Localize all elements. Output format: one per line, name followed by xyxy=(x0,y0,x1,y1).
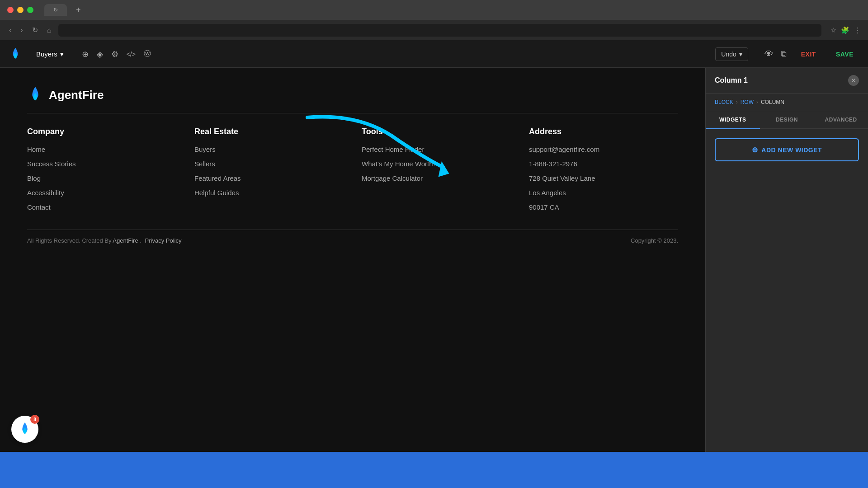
footer-agentfire-link[interactable]: AgentFire xyxy=(113,237,138,244)
breadcrumb-sep-1: › xyxy=(736,99,738,105)
add-widget-label: ADD NEW WIDGET xyxy=(761,146,822,154)
footer-separator: . xyxy=(140,237,142,244)
footer-col-address: Address support@agentfire.com 1-888-321-… xyxy=(529,127,678,211)
footer-link-home-worth[interactable]: What's My Home Worth? xyxy=(362,160,437,168)
notification-widget[interactable]: 8 xyxy=(11,416,38,443)
page-selector-label: Buyers xyxy=(36,50,57,58)
exit-button[interactable]: EXIT xyxy=(796,48,821,61)
panel-close-button[interactable]: ✕ xyxy=(848,75,859,86)
footer-link-blog[interactable]: Blog xyxy=(27,174,41,182)
save-button[interactable]: SAVE xyxy=(830,48,859,61)
footer-col-tools: Tools Perfect Home Finder What's My Home… xyxy=(362,127,511,211)
minimize-window-button[interactable] xyxy=(17,7,24,13)
list-item[interactable]: Perfect Home Finder xyxy=(362,145,511,154)
side-panel: Column 1 ✕ BLOCK › ROW › COLUMN WIDGETS … xyxy=(705,68,868,488)
list-item[interactable]: Mortgage Calculator xyxy=(362,174,511,183)
wordpress-icon[interactable]: ⓦ xyxy=(144,49,151,59)
panel-body: ⊕ ADD NEW WIDGET xyxy=(706,129,868,488)
app-toolbar-icons: ⊕ ◈ ⚙ </> ⓦ xyxy=(82,49,151,59)
toolbar-right-icons: 👁 ⧉ xyxy=(764,49,787,59)
undo-dropdown[interactable]: Undo ▾ xyxy=(715,47,748,61)
app-toolbar: Buyers ▾ ⊕ ◈ ⚙ </> ⓦ Undo ▾ 👁 ⧉ EXIT SAV… xyxy=(0,41,868,68)
chevron-down-icon: ▾ xyxy=(60,50,64,58)
address-bar[interactable] xyxy=(58,24,821,37)
footer-col-address-title: Address xyxy=(529,127,678,136)
list-item[interactable]: Blog xyxy=(27,174,176,183)
footer-col-tools-list: Perfect Home Finder What's My Home Worth… xyxy=(362,145,511,183)
notification-badge: 8 xyxy=(30,415,39,424)
reload-button[interactable]: ↻ xyxy=(30,24,40,36)
footer-link-featured-areas[interactable]: Featured Areas xyxy=(194,174,241,182)
panel-title: Column 1 xyxy=(715,76,748,84)
tab-design[interactable]: DESIGN xyxy=(760,111,814,128)
list-item[interactable]: Contact xyxy=(27,203,176,211)
breadcrumb-sep-2: › xyxy=(756,99,758,105)
footer-privacy-link[interactable]: Privacy Policy xyxy=(145,237,182,244)
undo-chevron-icon: ▾ xyxy=(739,51,742,58)
list-item[interactable]: Home xyxy=(27,145,176,154)
extensions-icon: 🧩 xyxy=(841,26,849,34)
footer-col-tools-title: Tools xyxy=(362,127,511,136)
menu-icon: ⋮ xyxy=(854,26,861,34)
add-element-icon[interactable]: ⊕ xyxy=(82,49,89,59)
footer-address2: Los Angeles xyxy=(529,189,566,197)
list-item[interactable]: Featured Areas xyxy=(194,174,344,183)
list-item[interactable]: Helpful Guides xyxy=(194,189,344,197)
undo-label: Undo xyxy=(721,51,736,58)
footer-link-buyers[interactable]: Buyers xyxy=(194,145,216,153)
list-item[interactable]: Accessibility xyxy=(27,189,176,197)
footer-bottom: All Rights Reserved. Created By AgentFir… xyxy=(27,230,678,244)
tab-widgets[interactable]: WIDGETS xyxy=(706,111,760,129)
close-window-button[interactable] xyxy=(7,7,14,13)
footer-link-mortgage[interactable]: Mortgage Calculator xyxy=(362,174,423,182)
breadcrumb-block[interactable]: BLOCK xyxy=(715,99,733,105)
footer-zip: 90017 CA xyxy=(529,203,559,211)
footer-link-accessibility[interactable]: Accessibility xyxy=(27,189,64,197)
home-button[interactable]: ⌂ xyxy=(45,24,53,36)
new-tab-button[interactable]: + xyxy=(76,5,81,15)
breadcrumb-row[interactable]: ROW xyxy=(741,99,754,105)
layers-icon[interactable]: ◈ xyxy=(97,49,103,59)
plus-circle-icon: ⊕ xyxy=(752,145,758,154)
page-content: AgentFire Company Home Success Stories B… xyxy=(0,68,705,488)
forward-button[interactable]: › xyxy=(19,24,24,36)
flame-logo-icon xyxy=(9,47,22,61)
page-selector-dropdown[interactable]: Buyers ▾ xyxy=(32,47,68,61)
footer-col-realestate-list: Buyers Sellers Featured Areas Helpful Gu… xyxy=(194,145,344,197)
bottom-bar xyxy=(0,452,868,488)
footer-link-success-stories[interactable]: Success Stories xyxy=(27,160,76,168)
panel-header: Column 1 ✕ xyxy=(706,68,868,94)
bookmark-icon: ☆ xyxy=(830,26,836,34)
settings-icon[interactable]: ⚙ xyxy=(111,49,118,59)
app-logo xyxy=(9,47,23,61)
list-item[interactable]: What's My Home Worth? xyxy=(362,160,511,168)
footer-address1: 728 Quiet Valley Lane xyxy=(529,174,595,182)
tab-advanced[interactable]: ADVANCED xyxy=(814,111,868,128)
list-item: Los Angeles xyxy=(529,189,678,197)
back-button[interactable]: ‹ xyxy=(7,24,13,36)
footer-nav: Company Home Success Stories Blog Access… xyxy=(27,127,678,211)
code-icon[interactable]: </> xyxy=(127,51,136,58)
browser-tab[interactable]: ↻ xyxy=(44,4,67,16)
footer-link-sellers[interactable]: Sellers xyxy=(194,160,215,168)
list-item: support@agentfire.com xyxy=(529,145,678,154)
list-item: 1-888-321-2976 xyxy=(529,160,678,168)
duplicate-icon[interactable]: ⧉ xyxy=(781,49,787,59)
list-item[interactable]: Success Stories xyxy=(27,160,176,168)
add-new-widget-button[interactable]: ⊕ ADD NEW WIDGET xyxy=(715,138,859,161)
preview-icon[interactable]: 👁 xyxy=(764,49,774,59)
footer-link-helpful-guides[interactable]: Helpful Guides xyxy=(194,189,239,197)
list-item[interactable]: Buyers xyxy=(194,145,344,154)
footer-col-address-list: support@agentfire.com 1-888-321-2976 728… xyxy=(529,145,678,211)
footer-copyright: Copyright © 2023. xyxy=(631,237,678,244)
panel-breadcrumb: BLOCK › ROW › COLUMN xyxy=(706,94,868,111)
footer-link-contact[interactable]: Contact xyxy=(27,203,51,211)
list-item[interactable]: Sellers xyxy=(194,160,344,168)
browser-chrome: ↻ + ‹ › ↻ ⌂ ☆ 🧩 ⋮ xyxy=(0,0,868,41)
footer-link-home-finder[interactable]: Perfect Home Finder xyxy=(362,145,424,153)
main-area: AgentFire Company Home Success Stories B… xyxy=(0,68,868,488)
footer-link-home[interactable]: Home xyxy=(27,145,45,153)
browser-titlebar: ↻ + xyxy=(0,0,868,20)
footer-col-company-list: Home Success Stories Blog Accessibility … xyxy=(27,145,176,211)
fullscreen-window-button[interactable] xyxy=(27,7,33,13)
